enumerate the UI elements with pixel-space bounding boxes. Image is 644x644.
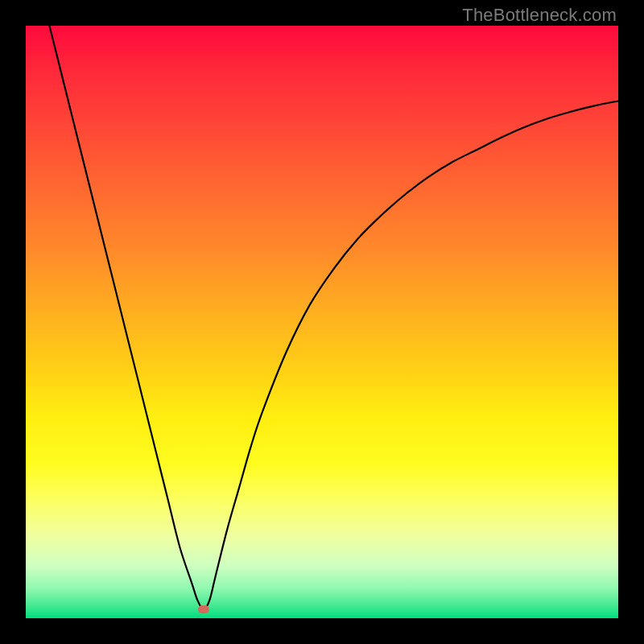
optimal-point-marker [198, 605, 209, 613]
chart-frame: TheBottleneck.com [0, 0, 644, 644]
watermark-text: TheBottleneck.com [462, 5, 617, 26]
plot-area-gradient [26, 26, 618, 618]
